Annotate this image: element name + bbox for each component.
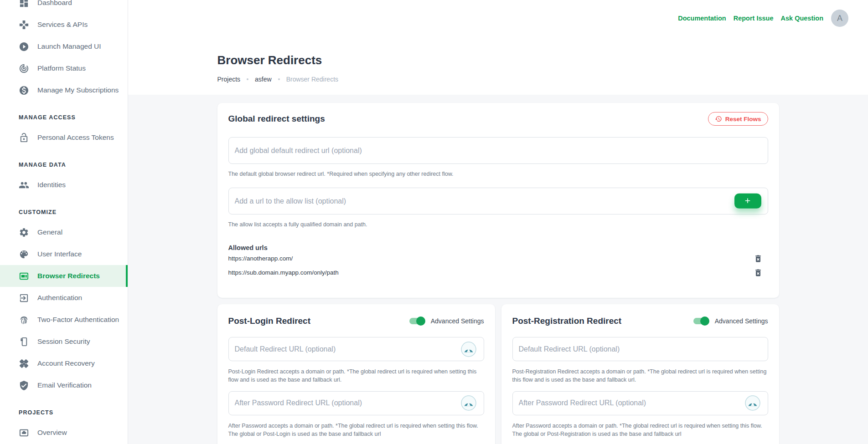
flow-cards-row: Post-Login Redirect Advanced Settings [217,304,779,444]
post-login-advanced-toggle[interactable] [409,316,425,326]
sidebar-section-customize: CUSTOMIZE [0,203,128,221]
allowed-url-text: https://anotherapp.com/ [228,255,293,262]
sidebar-section-manage-data: MANAGE DATA [0,156,128,174]
post-registration-after-password-input[interactable] [512,391,768,415]
sidebar-item-label: Two-Factor Authentication [37,316,119,324]
advanced-settings-label: Advanced Settings [715,317,768,325]
global-redirect-settings-card: Global redirect settings Reset Flows The… [217,103,779,298]
sidebar-item-identities[interactable]: Identities [0,174,128,196]
global-default-input-wrap [228,137,768,164]
sidebar-item-dashboard[interactable]: Dashboard [0,0,128,14]
post-login-default-redirect-input[interactable] [228,337,484,361]
sidebar-item-label: User Interface [37,250,82,258]
advanced-settings-label: Advanced Settings [431,317,484,325]
sidebar-item-label: Authentication [37,294,82,302]
post-registration-default-redirect-input[interactable] [512,337,768,361]
sidebar-item-label: Platform Status [37,64,86,72]
delete-url-button[interactable] [753,267,764,278]
report-issue-link[interactable]: Report Issue [734,15,774,22]
sidebar-item-label: Services & APIs [37,20,88,29]
post-registration-advanced-toggle[interactable] [693,316,709,326]
post-registration-advanced-toggle-group: Advanced Settings [693,316,768,326]
reset-flows-button[interactable]: Reset Flows [708,112,768,126]
sidebar: Dashboard Services & APIs Launch Managed… [0,0,128,444]
breadcrumb-current: Browser Redirects [286,76,338,83]
sidebar-item-manage-subscriptions[interactable]: Manage My Subscriptions [0,79,128,101]
phone-lock-icon [19,337,29,347]
allowed-url-row: https://sub.domain.myapp.com/only/path [228,265,768,280]
sidebar-item-session-security[interactable]: Session Security [0,331,128,352]
shield-check-icon [19,380,29,391]
toggle-knob [700,316,709,326]
sidebar-item-personal-access-tokens[interactable]: Personal Access Tokens [0,127,128,148]
sidebar-item-label: General [37,228,62,236]
allow-list-url-input[interactable] [228,188,768,214]
sidebar-item-label: Dashboard [37,0,72,7]
toggle-knob [416,316,425,326]
dpad-games-icon [19,20,29,30]
post-registration-default-input-wrap [512,337,768,361]
sidebar-item-label: Manage My Subscriptions [37,86,119,94]
global-default-redirect-input[interactable] [228,137,768,164]
main-area: Documentation Report Issue Ask Question … [128,0,868,444]
breadcrumb-separator-dot [278,78,280,80]
sidebar-item-label: Overview [37,429,67,437]
sidebar-item-account-recovery[interactable]: Account Recovery [0,352,128,374]
delete-url-button[interactable] [753,253,764,264]
lock-icon [19,133,29,143]
track-changes-icon [19,63,29,74]
post-login-redirect-card: Post-Login Redirect Advanced Settings [217,304,495,444]
post-login-default-help: Post-Login Redirect accepts a domain or … [228,367,484,384]
documentation-link[interactable]: Documentation [678,15,726,22]
sidebar-item-services-apis[interactable]: Services & APIs [0,14,128,36]
trash-delete-icon [754,254,763,263]
sidebar-section-manage-access: MANAGE ACCESS [0,108,128,127]
global-default-help: The default global browser redirect url.… [228,170,768,178]
global-card-title: Global redirect settings [228,114,325,124]
post-login-after-password-input-wrap [228,391,484,415]
post-registration-redirect-card: Post-Registration Redirect Advanced Sett… [501,304,779,444]
sidebar-item-label: Identities [37,181,66,189]
sidebar-item-authentication[interactable]: Authentication [0,287,128,309]
sidebar-item-general[interactable]: General [0,221,128,243]
dollar-circle-icon [19,85,29,96]
post-login-default-input-wrap [228,337,484,361]
gear-icon [19,227,29,238]
sidebar-item-label: Session Security [37,337,90,346]
sidebar-item-launch-managed-ui[interactable]: Launch Managed UI [0,36,128,57]
sidebar-item-two-factor[interactable]: Two-Factor Authentication [0,309,128,331]
sidebar-item-user-interface[interactable]: User Interface [0,243,128,265]
sidebar-item-label: Launch Managed UI [37,42,101,51]
sidebar-item-label: Browser Redirects [37,272,100,280]
breadcrumb-project-name[interactable]: asfew [255,76,272,83]
sidebar-item-label: Personal Access Tokens [37,133,114,142]
content-well: Global redirect settings Reset Flows The… [128,95,868,444]
browser-window-icon [19,271,29,281]
palette-icon [19,249,29,260]
add-url-button[interactable] [734,193,761,208]
allowed-urls-title: Allowed urls [228,244,768,251]
sidebar-item-email-verification[interactable]: Email Verification [0,374,128,396]
post-registration-after-password-input-wrap [512,391,768,415]
sidebar-item-platform-status[interactable]: Platform Status [0,57,128,79]
allow-list-help: The allow list accepts a fully qualified… [228,220,768,229]
sidebar-item-label: Email Verification [37,381,92,389]
breadcrumb-separator-dot [247,78,248,80]
allowed-url-text: https://sub.domain.myapp.com/only/path [228,269,339,276]
allowed-url-row: https://anotherapp.com/ [228,251,768,265]
sidebar-item-overview[interactable]: Overview [0,422,128,444]
avatar[interactable]: A [831,10,848,27]
breadcrumb-projects[interactable]: Projects [217,76,241,83]
dashboard-icon [19,0,29,8]
post-registration-after-password-help: After Password accepts a domain or path.… [512,422,768,438]
topbar: Documentation Report Issue Ask Question … [128,0,868,36]
plus-icon [744,197,752,205]
post-login-after-password-input[interactable] [228,391,484,415]
post-registration-default-help: Post-Registration Redirect accepts a dom… [512,367,768,384]
mountain-logo-icon [745,395,760,411]
sidebar-item-browser-redirects[interactable]: Browser Redirects [0,265,128,287]
ask-question-link[interactable]: Ask Question [781,15,823,22]
allow-list-input-wrap [228,188,768,214]
post-login-advanced-toggle-group: Advanced Settings [409,316,484,326]
post-login-card-title: Post-Login Redirect [228,316,311,326]
